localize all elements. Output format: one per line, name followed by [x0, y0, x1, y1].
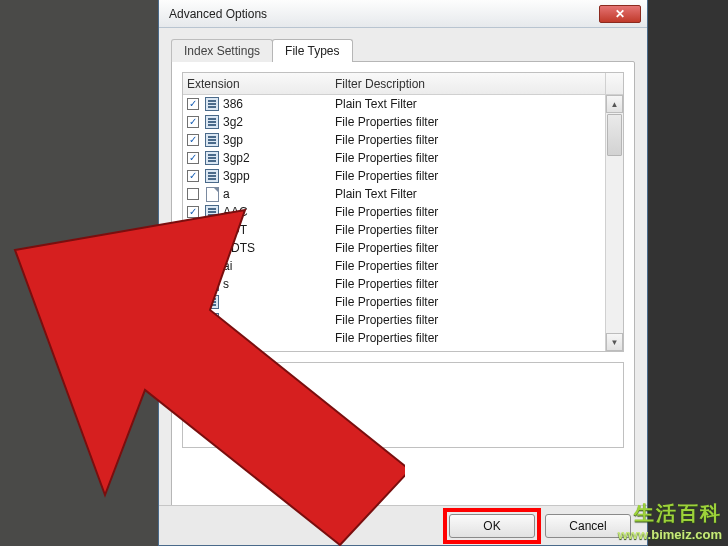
row-extension: AAC: [221, 205, 331, 219]
tab-strip: Index Settings File Types: [171, 38, 635, 61]
row-checkbox[interactable]: ✓: [187, 296, 199, 308]
table-row[interactable]: ✓386Plain Text Filter: [183, 95, 623, 113]
row-checkbox[interactable]: ✓: [187, 134, 199, 146]
file-types-list: Extension Filter Description ✓386Plain T…: [182, 72, 624, 352]
row-checkbox[interactable]: ✓: [187, 242, 199, 254]
row-extension: 3gp2: [221, 151, 331, 165]
backdrop: [0, 0, 160, 546]
row-filter: File Properties filter: [331, 151, 623, 165]
row-filter: Plain Text Filter: [331, 97, 623, 111]
row-checkbox[interactable]: ✓: [187, 152, 199, 164]
advanced-options-dialog: Advanced Options ✕ Index Settings File T…: [158, 0, 648, 546]
radio-label: Only: [211, 391, 236, 405]
table-row[interactable]: aPlain Text Filter: [183, 185, 623, 203]
group-label: be indexed?: [193, 371, 258, 385]
watermark: 生活百科 www.bimeiz.com: [548, 486, 728, 546]
tab-index-settings[interactable]: Index Settings: [171, 39, 273, 62]
row-filter: File Properties filter: [331, 331, 623, 345]
row-filter: File Properties filter: [331, 259, 623, 273]
radio-label: File Contents: [211, 411, 282, 425]
row-filter: Plain Text Filter: [331, 187, 623, 201]
table-row[interactable]: ✓3gp2File Properties filter: [183, 149, 623, 167]
column-header-extension[interactable]: Extension: [183, 77, 331, 91]
row-extension: ADTS: [221, 241, 331, 255]
watermark-url: www.bimeiz.com: [618, 527, 722, 542]
row-checkbox[interactable]: ✓: [187, 314, 199, 326]
list-header: Extension Filter Description: [183, 73, 623, 95]
vertical-scrollbar[interactable]: ▲ ▼: [605, 95, 623, 351]
media-file-icon: [205, 205, 219, 219]
row-filter: File Properties filter: [331, 313, 623, 327]
tab-panel-file-types: Extension Filter Description ✓386Plain T…: [171, 61, 635, 539]
blank-file-icon: [206, 259, 219, 274]
table-row[interactable]: ✓AACFile Properties filter: [183, 203, 623, 221]
row-filter: File Properties filter: [331, 223, 623, 237]
scroll-thumb[interactable]: [607, 114, 622, 156]
table-row[interactable]: ✓File Properties filter: [183, 293, 623, 311]
row-filter: File Properties filter: [331, 295, 623, 309]
radio-properties-and-contents[interactable]: File Contents: [193, 411, 613, 425]
ok-button[interactable]: OK: [449, 514, 535, 538]
row-checkbox[interactable]: ✓: [187, 332, 199, 344]
blank-file-icon: [206, 187, 219, 202]
row-extension: a: [221, 187, 331, 201]
media-file-icon: [205, 115, 219, 129]
row-filter: File Properties filter: [331, 115, 623, 129]
table-row[interactable]: ✓ADTFile Properties filter: [183, 221, 623, 239]
media-file-icon: [205, 133, 219, 147]
media-file-icon: [205, 277, 219, 291]
media-file-icon: [205, 331, 219, 345]
row-filter: File Properties filter: [331, 133, 623, 147]
row-checkbox[interactable]: ✓: [187, 170, 199, 182]
table-row[interactable]: ✓File Properties filter: [183, 329, 623, 347]
media-file-icon: [205, 295, 219, 309]
row-checkbox[interactable]: ✓: [187, 206, 199, 218]
column-header-scroll-gap: [605, 73, 623, 94]
table-row[interactable]: ✓ADTSFile Properties filter: [183, 239, 623, 257]
index-mode-group: be indexed? Only File Contents: [182, 362, 624, 448]
row-extension: ADT: [221, 223, 331, 237]
media-file-icon: [205, 223, 219, 237]
row-filter: File Properties filter: [331, 241, 623, 255]
media-file-icon: [205, 151, 219, 165]
media-file-icon: [205, 97, 219, 111]
table-row[interactable]: ✓3gppFile Properties filter: [183, 167, 623, 185]
table-row[interactable]: ✓3gpFile Properties filter: [183, 131, 623, 149]
media-file-icon: [205, 169, 219, 183]
row-extension: 3gp: [221, 133, 331, 147]
scroll-down-button[interactable]: ▼: [606, 333, 623, 351]
table-row[interactable]: ✓File Properties filter: [183, 311, 623, 329]
media-file-icon: [205, 313, 219, 327]
row-filter: File Properties filter: [331, 277, 623, 291]
row-extension: 3gpp: [221, 169, 331, 183]
column-header-filter[interactable]: Filter Description: [331, 77, 605, 91]
table-row[interactable]: ✓aiFile Properties filter: [183, 257, 623, 275]
close-button[interactable]: ✕: [599, 5, 641, 23]
row-filter: File Properties filter: [331, 205, 623, 219]
titlebar: Advanced Options ✕: [159, 0, 647, 28]
row-checkbox[interactable]: ✓: [187, 278, 199, 290]
row-checkbox[interactable]: ✓: [187, 224, 199, 236]
close-icon: ✕: [615, 8, 625, 20]
radio-properties-only[interactable]: Only: [193, 391, 613, 405]
table-row[interactable]: ✓sFile Properties filter: [183, 275, 623, 293]
watermark-brand: 生活百科: [634, 500, 722, 527]
scroll-up-button[interactable]: ▲: [606, 95, 623, 113]
row-extension: 386: [221, 97, 331, 111]
radio-icon: [193, 392, 205, 404]
dialog-title: Advanced Options: [169, 7, 593, 21]
radio-icon: [193, 412, 205, 424]
row-checkbox[interactable]: ✓: [187, 260, 199, 272]
row-checkbox[interactable]: ✓: [187, 98, 199, 110]
row-filter: File Properties filter: [331, 169, 623, 183]
row-extension: ai: [221, 259, 331, 273]
media-file-icon: [205, 241, 219, 255]
row-checkbox[interactable]: ✓: [187, 116, 199, 128]
row-extension: s: [221, 277, 331, 291]
row-checkbox[interactable]: [187, 188, 199, 200]
tab-file-types[interactable]: File Types: [272, 39, 352, 62]
row-extension: 3g2: [221, 115, 331, 129]
table-row[interactable]: ✓3g2File Properties filter: [183, 113, 623, 131]
